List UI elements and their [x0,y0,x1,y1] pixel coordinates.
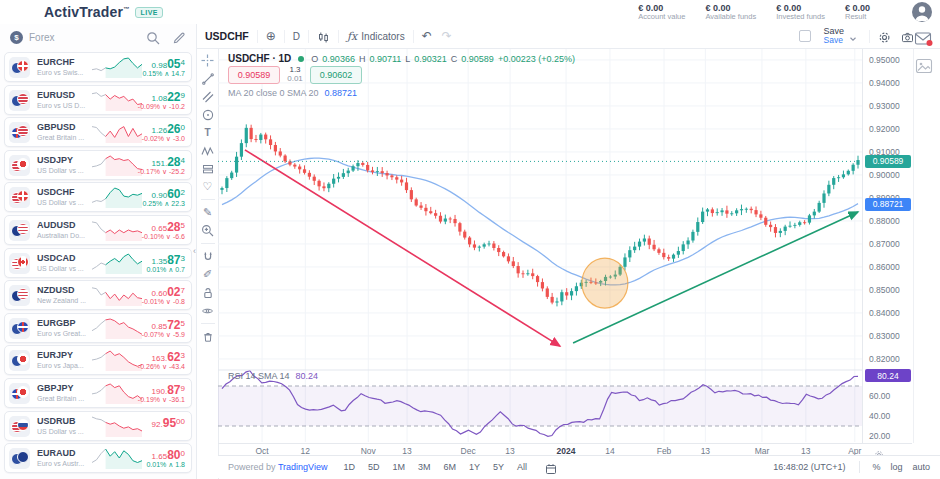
range-button-5d[interactable]: 5D [368,462,380,472]
price-tick: 0.90000 [869,170,900,180]
range-button-1m[interactable]: 1M [392,462,405,472]
percent-scale-button[interactable]: % [872,462,880,472]
compare-add-icon[interactable]: ⊕ [266,30,276,42]
search-icon[interactable] [146,31,160,45]
instrument-card-eurchf[interactable]: EURCHFEuro vs Swis...0.980540.15% ∧ 14.7 [4,52,192,82]
instrument-card-eurgbp[interactable]: EURGBPEuro vs Great...0.85725-0.07% ∨ -5… [4,313,192,343]
watchlist-sidebar: $ Forex EURCHFEuro vs Swis...0.980540.15… [0,24,197,479]
snapshot-camera-icon[interactable] [901,30,914,43]
interval-button[interactable]: D [293,31,300,42]
instrument-card-usdchf[interactable]: USDCHFUS Dollar vs ...0.906020.25% ∧ 22.… [4,182,192,212]
fib-circle-tool-icon[interactable] [200,107,216,122]
pair-flags-icon [9,220,30,241]
hide-drawings-tool-icon[interactable] [200,303,216,318]
annotation-tool-icon[interactable]: ✐ [200,267,216,282]
instrument-card-audusd[interactable]: AUDUSDAustralian Do...0.65285-0.10% ∨ -6… [4,215,192,245]
sparkline-chart [91,415,143,442]
change-value: +0.00223 (+0.25%) [498,54,575,64]
account-stats: € 0.00Account value€ 0.00Available funds… [638,3,870,22]
screenshot-image-icon[interactable] [915,58,933,74]
parallel-channel-tool-icon[interactable] [200,89,216,104]
go-to-date-icon[interactable] [545,461,557,473]
log-scale-button[interactable]: log [890,462,902,472]
collapse-sidebar-handle[interactable]: ‹ [190,243,199,259]
rsi-tick: 60.00 [869,391,890,401]
stat-label: Available funds [705,13,756,22]
xabcd-pattern-tool-icon[interactable] [200,143,216,158]
remove-drawings-tool-icon[interactable] [200,329,216,344]
instrument-card-usdjpy[interactable]: USDJPYUS Dollar vs ...151.284-0.17% ∨ -2… [4,150,192,180]
tradingview-link[interactable]: TradingView [278,462,328,472]
spread: 1.3 0.01 [282,66,308,84]
instrument-name: US Dollar vs ... [37,167,84,174]
range-button-3m[interactable]: 3M [418,462,431,472]
app-logo-text: ActivTrader™ [44,4,129,20]
long-position-tool-icon[interactable] [200,161,216,176]
instrument-card-gbpusd[interactable]: GBPUSDGreat Britain ...1.26260-0.02% ∨ -… [4,117,192,147]
instrument-card-usdcad[interactable]: USDCADUS Dollar vs ...1.358730.01% ∧ 0.7 [4,248,192,278]
symbol-label[interactable]: USDCHF [205,30,249,42]
crosshair-tool-icon[interactable] [200,53,216,68]
auto-scale-button[interactable]: auto [912,462,930,472]
range-button-5y[interactable]: 5Y [493,462,504,472]
price-tick: 0.83000 [869,331,900,341]
ma-value: 0.88721 [325,88,358,98]
price-axis[interactable]: 0.950000.940000.930000.920000.910000.900… [862,49,914,443]
brush-tool-icon[interactable]: ✎ [200,205,216,220]
redo-icon[interactable]: ↷ [442,30,452,42]
legend-title[interactable]: USDCHF · 1D [228,53,291,64]
range-button-all[interactable]: All [517,462,527,472]
instrument-price: 190.879 [152,381,185,397]
avatar[interactable] [912,2,932,22]
magnet-tool-icon[interactable] [200,249,216,264]
zoom-in-tool-icon[interactable] [200,223,216,238]
pair-flags-icon [9,187,30,208]
instrument-card-gbpjpy[interactable]: GBPJPYGreat Britain ...190.879-0.19% ∨ -… [4,378,192,408]
range-button-1d[interactable]: 1D [343,462,355,472]
instrument-card-nzdusd[interactable]: NZDUSDNew Zealand ...0.60027-0.01% ∨ -0.… [4,280,192,310]
buy-button[interactable]: 0.90602 [310,66,362,84]
instrument-price: 163.623 [152,348,185,364]
edit-watchlist-icon[interactable] [172,31,186,45]
instrument-name: Euro vs Swis... [37,69,83,76]
instrument-symbol: NZDUSD [37,285,75,295]
ohlc-legend: USDCHF · 1D O0.90366 H0.90711 L0.90321 C… [228,53,575,64]
rsi-value: 80.24 [296,371,319,381]
pair-flags-icon [9,416,30,437]
instrument-card-eurjpy[interactable]: EURJPYEuro vs Japa...163.623-0.26% ∨ -43… [4,345,192,375]
unlock-tool-icon[interactable] [200,285,216,300]
instrument-symbol: GBPJPY [37,383,74,393]
instrument-card-usdrub[interactable]: USDRUBUS Dollar vs ...92.9500 [4,411,192,441]
chart-style-icon[interactable] [317,30,330,43]
instrument-symbol: GBPUSD [37,122,76,132]
sparkline-chart [91,219,143,246]
favorites-heart-tool-icon[interactable]: ♡ [200,179,216,194]
range-button-1y[interactable]: 1Y [469,462,480,472]
stat-label: Invested funds [776,13,825,22]
trend-line-tool-icon[interactable] [200,71,216,86]
last-price-badge: 0.90589 [865,155,911,168]
layout-checkbox[interactable] [799,30,811,42]
instrument-symbol: EURCHF [37,57,75,67]
range-button-6m[interactable]: 6M [443,462,456,472]
notifications-envelope-icon[interactable] [914,30,934,48]
chevron-down-icon[interactable] [848,30,861,43]
indicators-button[interactable]: ƒx Indicators [347,30,405,43]
rsi-value-badge: 80.24 [865,369,911,382]
instrument-name: US Dollar vs ... [37,265,84,272]
price-tick: 0.86000 [869,262,900,272]
account-stat: € 0.00Result [845,3,870,22]
sparkline-chart [91,349,143,376]
instrument-change: 0.01% ∧ 1.8 [146,461,185,469]
instrument-symbol: USDCHF [37,187,75,197]
text-tool-icon[interactable]: T [200,125,216,140]
instrument-card-euraud[interactable]: EURAUDEuro vs Austr...1.658000.01% ∧ 1.8 [4,443,192,473]
sell-button[interactable]: 0.90589 [228,66,280,84]
save-layout-button[interactable]: Save Save [823,27,844,45]
price-chart[interactable] [218,49,862,443]
instrument-name: New Zealand ... [37,297,86,304]
undo-icon[interactable]: ↶ [422,30,432,42]
instrument-card-eurusd[interactable]: EURUSDEuro vs US D...1.08229-0.09% ∨ -10… [4,85,192,115]
instrument-change: -0.26% ∨ -43.4 [138,363,185,371]
chart-settings-gear-icon[interactable] [878,30,891,43]
